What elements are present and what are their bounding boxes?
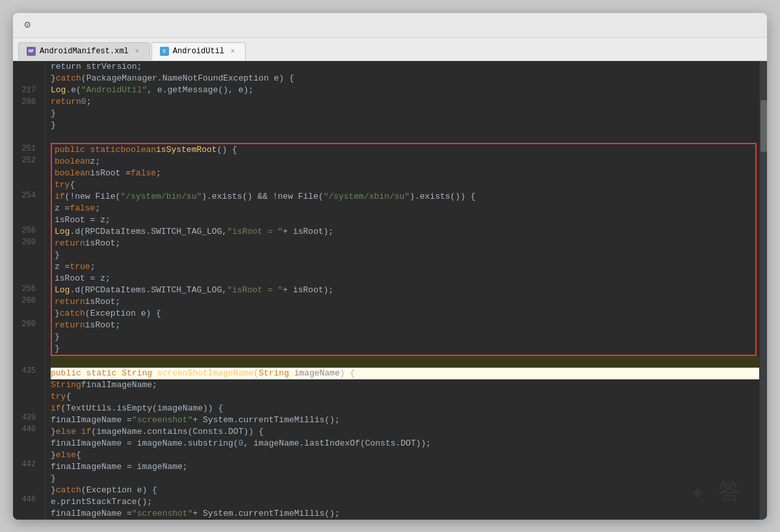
code-line: boolean z; xyxy=(55,156,753,168)
tab-manifest-close[interactable]: × xyxy=(133,47,142,56)
code-line: } else { xyxy=(51,450,759,461)
code-line: e.printStackTrace(); xyxy=(51,496,759,508)
code-line xyxy=(51,131,759,143)
tab-androidutil[interactable]: C AndroidUtil × xyxy=(151,42,246,60)
code-line: public static String screenShotImageName… xyxy=(51,368,759,379)
code-line: } catch (Exception e) { xyxy=(55,308,753,320)
code-line: if (TextUtils.isEmpty(imageName)) { xyxy=(51,403,759,414)
code-line: boolean isRoot = false; xyxy=(55,168,753,179)
code-line: return isRoot; xyxy=(55,320,753,331)
code-line: String finalImageName; xyxy=(51,379,759,391)
tab-androidmanifest[interactable]: MF AndroidManifest.xml × xyxy=(18,42,150,60)
code-line: Log.d(RPCDataItems.SWITCH_TAG_LOG, "isRo… xyxy=(55,285,753,296)
tab-androidutil-close[interactable]: × xyxy=(228,47,237,56)
code-line: try { xyxy=(51,391,759,403)
code-line: } xyxy=(55,249,753,261)
code-line: finalImageName = imageName.substring(0, … xyxy=(51,438,759,450)
code-line: z = false; xyxy=(55,203,753,214)
code-line: return isRoot; xyxy=(55,238,753,249)
code-line: finalImageName = "screenshot" + System.c… xyxy=(51,414,759,426)
code-line: } catch (Exception e) { xyxy=(51,485,759,496)
tab-manifest-label: AndroidManifest.xml xyxy=(40,47,129,56)
code-line: return strVersion; xyxy=(51,61,759,73)
separator-line xyxy=(51,356,759,368)
code-line: isRoot = z; xyxy=(55,273,753,285)
code-line: } xyxy=(55,331,753,343)
code-line: if (!new File("/system/bin/su").exists()… xyxy=(55,191,753,203)
code-line: return 0; xyxy=(51,96,759,108)
code-line: z = true; xyxy=(55,261,753,273)
editor-container: 217 208 251 252 254 256 260 xyxy=(13,61,767,520)
line-numbers: 217 208 251 252 254 256 260 xyxy=(13,61,46,520)
editor-area: 217 208 251 252 254 256 260 xyxy=(13,61,767,520)
code-line: Log.d(RPCDataItems.SWITCH_TAG_LOG, "isRo… xyxy=(55,226,753,238)
code-line: return isRoot; xyxy=(55,296,753,308)
code-line: Log.e("AndroidUtil", e.getMessage(), e); xyxy=(51,84,759,96)
titlebar: ⚙ xyxy=(13,13,767,38)
java-icon: C xyxy=(160,47,169,56)
tabs-bar: MF AndroidManifest.xml × C AndroidUtil × xyxy=(13,38,767,61)
code-line: } else if (imageName.contains(Consts.DOT… xyxy=(51,426,759,438)
code-line: } xyxy=(51,120,759,131)
main-window: ⚙ MF AndroidManifest.xml × C AndroidUtil… xyxy=(13,13,767,520)
code-line: } xyxy=(51,473,759,485)
code-line: public static boolean isSystemRoot() { xyxy=(55,144,753,156)
code-line: } xyxy=(55,343,753,355)
xml-icon: MF xyxy=(27,47,36,56)
code-line: try { xyxy=(55,179,753,191)
code-line: finalImageName = imageName; xyxy=(51,461,759,473)
code-line: finalImageName = "screenshot" + System.c… xyxy=(51,508,759,520)
code-line: } catch (PackageManager.NameNotFoundExce… xyxy=(51,73,759,84)
scrollbar[interactable] xyxy=(759,61,767,520)
highlighted-code-block: public static boolean isSystemRoot() { b… xyxy=(51,143,757,356)
settings-icon: ⚙ xyxy=(21,18,34,31)
code-line: } xyxy=(51,108,759,120)
tab-androidutil-label: AndroidUtil xyxy=(173,47,224,56)
code-line: isRoot = z; xyxy=(55,214,753,226)
code-editor[interactable]: return strVersion; } catch (PackageManag… xyxy=(46,61,759,520)
